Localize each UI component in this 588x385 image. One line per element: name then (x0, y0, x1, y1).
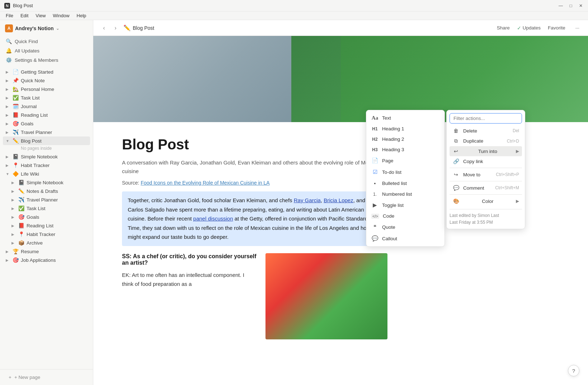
item-label: Task List (27, 206, 87, 211)
sidebar-item-journal[interactable]: ▶ 🗓️ Journal (3, 102, 90, 111)
block-type-heading2[interactable]: H2 Heading 2 (366, 134, 444, 144)
item-label: Simple Notebook (27, 180, 87, 185)
last-edited-time: Last Friday at 3:55 PM (450, 219, 522, 226)
sidebar-item-resume[interactable]: ▶ 🏆 Resume (3, 247, 90, 256)
sidebar-item-simple-notebook[interactable]: ▶ 📓 Simple Notebook (3, 152, 90, 161)
color-submenu-arrow-icon: ▶ (516, 199, 519, 204)
block-type-menu: Aa Text H1 Heading 1 H2 Heading 2 H3 Hea… (366, 110, 445, 247)
expand-arrow-icon: ▶ (6, 130, 10, 134)
minimize-button[interactable]: — (558, 3, 564, 9)
block-type-menu-wrapper: Aa Text H1 Heading 1 H2 Heading 2 H3 Hea… (366, 110, 525, 247)
favorite-button[interactable]: Favorite (545, 24, 568, 32)
sidebar-item-getting-started[interactable]: ▶ 📄 Getting Started (3, 68, 90, 76)
action-turn-into[interactable]: ↩ Turn into ▶ (450, 146, 522, 156)
workspace-name-button[interactable]: A Andrey's Notion ⌄ (5, 24, 59, 32)
ray-garcia-link[interactable]: Ray Garcia (294, 197, 321, 203)
sidebar-item-life-wiki-task-list[interactable]: ▶ ✅ Task List (3, 204, 90, 213)
page-icon: ✏️ (18, 188, 24, 194)
menu-divider-3 (450, 194, 522, 195)
page-title: Blog Post (122, 136, 387, 153)
menu-file[interactable]: File (3, 12, 16, 19)
sidebar-item-personal-home[interactable]: ▶ 🏡 Personal Home (3, 85, 90, 93)
action-delete[interactable]: 🗑 Delete Del (450, 126, 522, 136)
sidebar-item-task-list[interactable]: ▶ ✅ Task List (3, 93, 90, 102)
filter-actions-input[interactable] (450, 113, 522, 124)
item-label: Task List (21, 95, 87, 101)
block-type-toggle[interactable]: ▶ Toggle list (366, 199, 444, 211)
sidebar-item-goals[interactable]: ▶ 🎯 Goals (3, 119, 90, 128)
block-type-text[interactable]: Aa Text (366, 112, 444, 124)
delete-label: Delete (463, 128, 477, 134)
sidebar-item-life-wiki-simple-notebook[interactable]: ▶ 📓 Simple Notebook (3, 178, 90, 187)
sidebar-item-life-wiki-goals[interactable]: ▶ 🎯 Goals (3, 213, 90, 221)
sidebar-item-life-wiki-habit-tracker[interactable]: ▶ 📍 Habit Tracker (3, 230, 90, 238)
block-type-callout[interactable]: 💬 Callout (366, 233, 444, 244)
action-duplicate[interactable]: ⧉ Duplicate Ctrl+D (450, 136, 522, 146)
sidebar-nav-all-updates[interactable]: 🔔 All Updates (3, 46, 90, 55)
action-color[interactable]: 🎨 Color ▶ (450, 196, 522, 206)
sidebar-workspace[interactable]: A Andrey's Notion ⌄ (0, 20, 93, 35)
sidebar-nav-quick-find[interactable]: 🔍 Quick Find (3, 37, 90, 46)
sidebar-item-job-applications[interactable]: ▶ 🎯 Job Applications (3, 256, 90, 264)
item-label: Getting Started (21, 69, 87, 75)
block-type-todo[interactable]: ☑ To-do list (366, 166, 444, 178)
block-type-quote[interactable]: ❝ Quote (366, 221, 444, 233)
topbar-navigation: ‹ › (99, 23, 121, 33)
code-label: Code (383, 213, 439, 219)
block-type-page[interactable]: 📄 Page (366, 155, 444, 166)
menu-window[interactable]: Window (50, 12, 72, 19)
source-link[interactable]: Food Icons on the Evolving Role of Mexic… (141, 180, 270, 186)
help-button[interactable]: ? (568, 365, 579, 376)
sidebar-item-habit-tracker[interactable]: ▶ 📍 Habit Tracker (3, 161, 90, 170)
numbered-icon: 1. (371, 192, 378, 197)
expand-arrow-icon: ▶ (11, 189, 16, 193)
link-icon: 🔗 (452, 158, 460, 164)
numbered-label: Numbered list (382, 191, 439, 197)
close-button[interactable]: ✕ (578, 3, 584, 9)
more-button[interactable]: ··· (573, 24, 582, 32)
bricia-lopez-link[interactable]: Bricia Lopez (324, 197, 353, 203)
menu-edit[interactable]: Edit (18, 12, 31, 19)
menu-help[interactable]: Help (74, 12, 89, 19)
sidebar-item-quick-note[interactable]: ▶ 📌 Quick Note (3, 76, 90, 85)
color-label: Color (482, 199, 493, 204)
updates-button[interactable]: ✓ Updates (517, 25, 541, 31)
item-label: Reading List (21, 112, 87, 118)
maximize-button[interactable]: □ (568, 3, 574, 9)
sidebar-item-archive[interactable]: ▶ 📦 Archive (3, 238, 90, 247)
sidebar-item-life-wiki[interactable]: ▼ 🔶 Life Wiki (3, 170, 90, 178)
menu-view[interactable]: View (33, 12, 48, 19)
body-text: EK: Art to me often has an intellectual … (122, 270, 257, 289)
expand-arrow-icon: ▶ (6, 163, 10, 167)
sidebar-item-life-wiki-reading-list[interactable]: ▶ 📕 Reading List (3, 221, 90, 230)
sidebar-item-notes-drafts[interactable]: ▶ ✏️ Notes & Drafts (3, 187, 90, 195)
sidebar-item-reading-list[interactable]: ▶ 📕 Reading List (3, 111, 90, 119)
block-type-heading3[interactable]: H3 Heading 3 (366, 144, 444, 155)
item-label: Travel Planner (21, 130, 87, 135)
panel-discussion-link[interactable]: panel discussion (193, 215, 233, 222)
sidebar-item-travel-planner[interactable]: ▶ ✈️ Travel Planner (3, 128, 90, 136)
back-button[interactable]: ‹ (99, 23, 109, 33)
page-icon: ✈️ (18, 197, 24, 203)
action-comment[interactable]: 💬 Comment Ctrl+Shift+M (450, 183, 522, 193)
page-icon: 🎯 (18, 214, 24, 220)
block-type-heading1[interactable]: H1 Heading 1 (366, 124, 444, 134)
block-type-bulleted[interactable]: • Bulleted list (366, 178, 444, 189)
block-type-numbered[interactable]: 1. Numbered list (366, 189, 444, 199)
callout-icon: 💬 (371, 235, 378, 242)
sidebar-nav-settings[interactable]: ⚙️ Settings & Members (3, 55, 90, 65)
sidebar-item-life-wiki-travel-planner[interactable]: ▶ ✈️ Travel Planner (3, 195, 90, 204)
action-copy-link[interactable]: 🔗 Copy link (450, 156, 522, 166)
action-move-to[interactable]: ↪ Move to Ctrl+Shift+P (450, 170, 522, 180)
forward-button[interactable]: › (110, 23, 121, 33)
share-button[interactable]: Share (494, 24, 513, 32)
page-icon: 📍 (18, 231, 24, 237)
new-page-button[interactable]: + + New page (6, 372, 87, 382)
heading1-label: Heading 1 (382, 126, 439, 131)
delete-shortcut: Del (513, 128, 519, 133)
sidebar-item-blog-post[interactable]: ▼ ✏️ Blog Post (3, 136, 90, 145)
item-label: Quick Note (21, 78, 87, 83)
item-label: Personal Home (21, 87, 87, 92)
block-type-code[interactable]: </> Code (366, 211, 444, 221)
workspace-label: Andrey's Notion (15, 25, 54, 31)
